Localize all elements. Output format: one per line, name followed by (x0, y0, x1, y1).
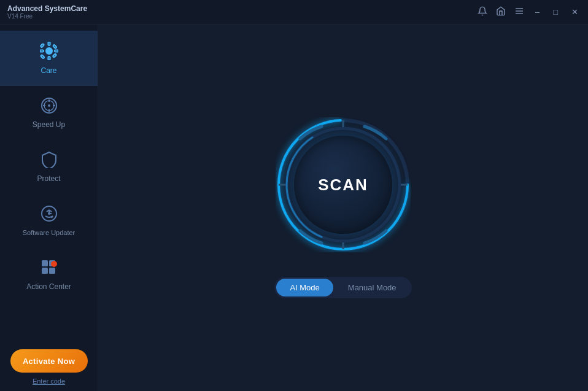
bell-icon[interactable] (478, 6, 487, 18)
app-name: Advanced SystemCare (7, 4, 87, 13)
updater-icon (41, 205, 58, 225)
svg-rect-7 (55, 50, 58, 52)
titlebar: Advanced SystemCare V14 Free – □ ✕ (0, 0, 588, 25)
sidebar-item-care[interactable]: Care (0, 31, 98, 86)
protect-icon (41, 151, 57, 171)
svg-point-3 (45, 47, 53, 55)
activate-now-button[interactable]: Activate Now (10, 349, 88, 373)
window-controls: – □ ✕ (478, 6, 581, 18)
sidebar: Care Speed Up (0, 25, 98, 391)
ai-mode-button[interactable]: AI Mode (276, 279, 333, 296)
main-layout: Care Speed Up (0, 25, 588, 391)
svg-rect-24 (42, 268, 48, 274)
maximize-button[interactable]: □ (551, 6, 560, 18)
sidebar-care-label: Care (41, 66, 56, 75)
close-button[interactable]: ✕ (569, 6, 581, 18)
speedup-icon (41, 97, 58, 117)
sidebar-protect-label: Protect (37, 174, 60, 183)
svg-rect-8 (40, 44, 44, 47)
menu-icon[interactable] (514, 6, 524, 18)
svg-rect-9 (53, 45, 56, 48)
app-info: Advanced SystemCare V14 Free (7, 4, 87, 20)
sidebar-item-updater[interactable]: Software Updater (0, 194, 98, 248)
store-icon[interactable] (496, 6, 506, 18)
minimize-button[interactable]: – (533, 6, 542, 18)
sidebar-bottom: Activate Now Enter code (0, 339, 98, 391)
svg-rect-11 (52, 53, 56, 57)
main-content: SCAN AI Mode Manual Mode (98, 25, 588, 391)
sidebar-updater-label: Software Updater (23, 228, 75, 237)
sidebar-action-label: Action Center (26, 282, 71, 291)
svg-rect-6 (40, 50, 44, 52)
manual-mode-button[interactable]: Manual Mode (335, 279, 410, 296)
svg-point-21 (48, 212, 50, 215)
svg-rect-4 (48, 42, 50, 45)
action-icon (41, 259, 58, 279)
sidebar-item-action[interactable]: Action Center (0, 248, 98, 302)
care-icon (40, 42, 58, 63)
svg-point-26 (51, 261, 57, 267)
sidebar-speedup-label: Speed Up (33, 120, 65, 129)
mode-toggle: AI Mode Manual Mode (274, 277, 411, 298)
scan-circle-wrapper: SCAN (276, 117, 411, 252)
svg-rect-10 (41, 55, 44, 58)
sidebar-item-protect[interactable]: Protect (0, 140, 98, 194)
svg-rect-25 (49, 268, 55, 274)
scan-container: SCAN AI Mode Manual Mode (274, 117, 411, 298)
svg-point-18 (48, 104, 50, 107)
scan-button[interactable]: SCAN (294, 136, 392, 234)
svg-rect-5 (48, 56, 50, 60)
svg-rect-22 (42, 260, 48, 266)
enter-code-link[interactable]: Enter code (33, 377, 65, 385)
app-version: V14 Free (7, 13, 87, 20)
sidebar-item-speedup[interactable]: Speed Up (0, 86, 98, 140)
